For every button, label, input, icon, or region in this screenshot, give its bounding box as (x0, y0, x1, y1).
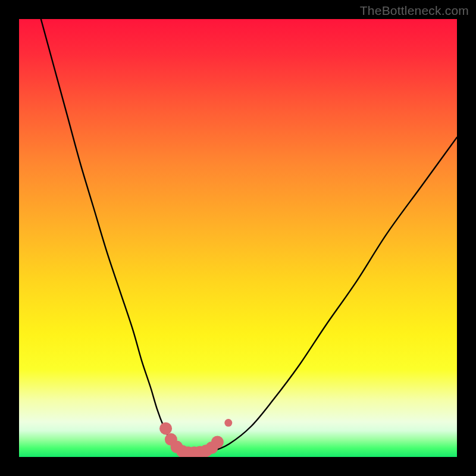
plot-area (19, 19, 457, 457)
curve-layer (19, 19, 457, 457)
bottom-marker (224, 419, 232, 427)
attribution-label: TheBottleneck.com (360, 4, 469, 18)
outer-frame: TheBottleneck.com (0, 0, 476, 476)
bottom-marker-cluster (159, 419, 232, 457)
bottleneck-curve (41, 19, 457, 453)
bottom-marker (211, 436, 224, 448)
bottom-marker (159, 422, 172, 435)
